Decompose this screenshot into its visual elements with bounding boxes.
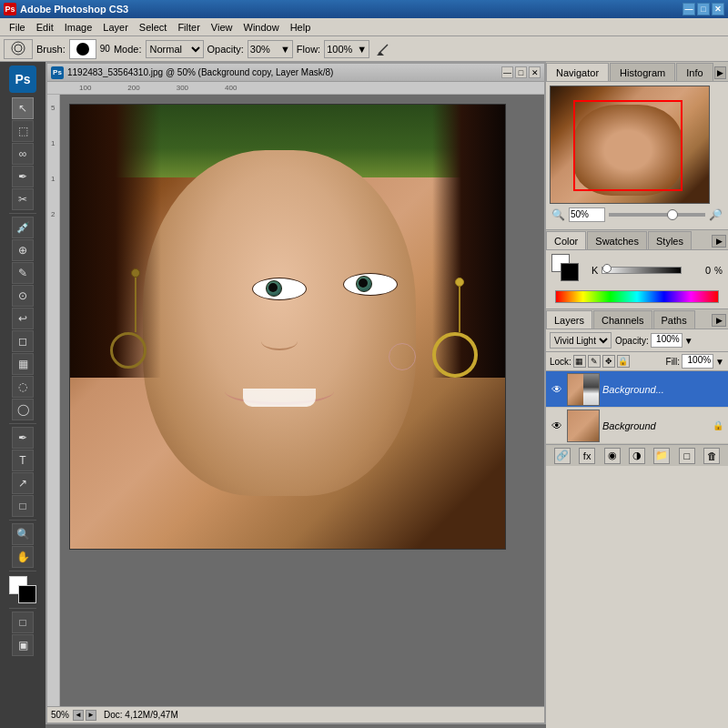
- new-group-btn[interactable]: 📁: [653, 448, 670, 464]
- tab-info[interactable]: Info: [676, 63, 713, 81]
- menu-help[interactable]: Help: [285, 21, 317, 34]
- brush-circle: [76, 43, 89, 56]
- shape-tool[interactable]: □: [12, 495, 34, 517]
- menu-filter[interactable]: Filter: [172, 21, 205, 34]
- lock-all-btn[interactable]: 🔒: [617, 355, 630, 368]
- brush-preview[interactable]: [69, 39, 96, 59]
- crop-tool[interactable]: ✂: [12, 188, 34, 210]
- options-bar: Brush: 90 Mode: Normal Dissolve Multiply…: [0, 36, 728, 62]
- mode-select[interactable]: Normal Dissolve Multiply: [146, 40, 204, 58]
- canvas-container[interactable]: [60, 95, 544, 670]
- layer-row-background-copy[interactable]: 👁 Background...: [546, 371, 728, 408]
- tab-paths[interactable]: Paths: [653, 310, 695, 329]
- quick-select-tool[interactable]: ✒: [12, 166, 34, 187]
- link-layers-btn[interactable]: 🔗: [554, 448, 571, 464]
- menu-file[interactable]: File: [4, 21, 31, 34]
- zoom-tool[interactable]: 🔍: [12, 523, 34, 545]
- new-layer-btn[interactable]: □: [679, 448, 695, 464]
- doc-close[interactable]: ✕: [529, 66, 541, 78]
- hand-tool[interactable]: ✋: [12, 546, 34, 568]
- type-tool[interactable]: T: [12, 450, 34, 471]
- spot-heal-tool[interactable]: ⊕: [12, 239, 34, 261]
- k-slider[interactable]: [602, 267, 682, 274]
- tab-color[interactable]: Color: [546, 231, 586, 249]
- scroll-right[interactable]: ►: [86, 710, 96, 721]
- doc-minimize[interactable]: —: [501, 66, 513, 78]
- new-fill-btn[interactable]: ◑: [629, 448, 645, 464]
- tool-separator-5: [9, 608, 36, 609]
- k-slider-thumb[interactable]: [602, 264, 612, 273]
- navigator-menu-btn[interactable]: ▶: [714, 66, 726, 79]
- scroll-left[interactable]: ◄: [73, 710, 84, 721]
- tab-styles[interactable]: Styles: [648, 231, 692, 249]
- zoom-thumb[interactable]: [667, 209, 678, 220]
- layer-visibility-1[interactable]: 👁: [550, 382, 564, 397]
- tab-histogram[interactable]: Histogram: [610, 63, 675, 81]
- navigator-content: 🔍 50% 🔎: [546, 82, 728, 229]
- menu-edit[interactable]: Edit: [31, 21, 59, 34]
- clone-stamp-tool[interactable]: ⊙: [12, 285, 34, 307]
- pupil-left: [268, 283, 278, 292]
- photo: [69, 104, 506, 550]
- add-mask-btn[interactable]: ◉: [604, 448, 621, 464]
- history-brush-tool[interactable]: ↩: [12, 308, 34, 329]
- opacity-input[interactable]: 100%: [651, 333, 682, 348]
- close-button[interactable]: ✕: [712, 3, 724, 15]
- menu-view[interactable]: View: [206, 21, 238, 34]
- tab-layers[interactable]: Layers: [546, 310, 592, 329]
- add-style-btn[interactable]: fx: [579, 448, 595, 464]
- brush-tool[interactable]: ✎: [12, 262, 34, 284]
- lock-label: Lock:: [550, 357, 571, 367]
- lock-image-btn[interactable]: ✎: [588, 355, 601, 368]
- zoom-out-icon[interactable]: 🔍: [551, 208, 565, 221]
- pen-tool[interactable]: ✒: [12, 427, 34, 449]
- flow-value[interactable]: 100%▼: [324, 40, 369, 58]
- dodge-tool[interactable]: ◯: [12, 399, 34, 420]
- menu-select[interactable]: Select: [134, 21, 173, 34]
- layer-visibility-2[interactable]: 👁: [550, 419, 564, 433]
- brush-tool-btn[interactable]: [4, 39, 33, 59]
- eraser-tool[interactable]: ◻: [12, 330, 34, 352]
- menu-image[interactable]: Image: [59, 21, 98, 34]
- app-title: Adobe Photoshop CS3: [20, 4, 682, 15]
- blend-mode-select[interactable]: Vivid Light Normal Multiply: [550, 332, 612, 349]
- color-menu-btn[interactable]: ▶: [712, 235, 726, 248]
- opacity-arrow[interactable]: ▼: [684, 336, 693, 346]
- layer-row-background[interactable]: 👁 Background 🔒: [546, 408, 728, 444]
- zoom-slider[interactable]: [609, 213, 705, 217]
- menu-layer[interactable]: Layer: [97, 21, 134, 34]
- menu-window[interactable]: Window: [238, 21, 285, 34]
- lasso-tool[interactable]: ∞: [12, 143, 34, 165]
- doc-maximize[interactable]: □: [515, 66, 527, 78]
- maximize-button[interactable]: □: [697, 3, 710, 15]
- move-tool[interactable]: ↖: [12, 97, 34, 119]
- marquee-tool[interactable]: ⬚: [12, 120, 34, 142]
- tab-swatches[interactable]: Swatches: [587, 231, 647, 249]
- tab-navigator[interactable]: Navigator: [546, 63, 609, 81]
- tab-channels[interactable]: Channels: [593, 310, 652, 329]
- eyedropper-tool[interactable]: 💉: [12, 217, 34, 238]
- quick-mask-btn[interactable]: □: [12, 612, 34, 633]
- delete-layer-btn[interactable]: 🗑: [703, 448, 720, 464]
- nose: [261, 332, 298, 350]
- opacity-value[interactable]: 30%▼: [248, 40, 293, 58]
- fill-input[interactable]: 100%: [682, 354, 713, 369]
- gradient-tool[interactable]: ▦: [12, 353, 34, 375]
- airbrush-button[interactable]: [373, 39, 393, 59]
- zoom-input[interactable]: 50%: [569, 207, 605, 222]
- background-color[interactable]: [18, 585, 36, 603]
- path-select-tool[interactable]: ↗: [12, 472, 34, 494]
- screen-mode-btn[interactable]: ▣: [12, 634, 34, 656]
- background-swatch[interactable]: [561, 263, 579, 281]
- lock-position-btn[interactable]: ✥: [602, 355, 615, 368]
- lock-transparent-btn[interactable]: ▦: [573, 355, 586, 368]
- blur-tool[interactable]: ◌: [12, 376, 34, 398]
- minimize-button[interactable]: —: [682, 3, 695, 15]
- layers-menu-btn[interactable]: ▶: [712, 314, 726, 327]
- zoom-in-icon[interactable]: 🔎: [709, 208, 723, 221]
- fill-arrow[interactable]: ▼: [715, 357, 724, 367]
- swatch-area: [551, 254, 588, 287]
- doc-window-controls: — □ ✕: [501, 66, 541, 78]
- tool-separator-2: [9, 423, 36, 424]
- face-area: [143, 150, 416, 496]
